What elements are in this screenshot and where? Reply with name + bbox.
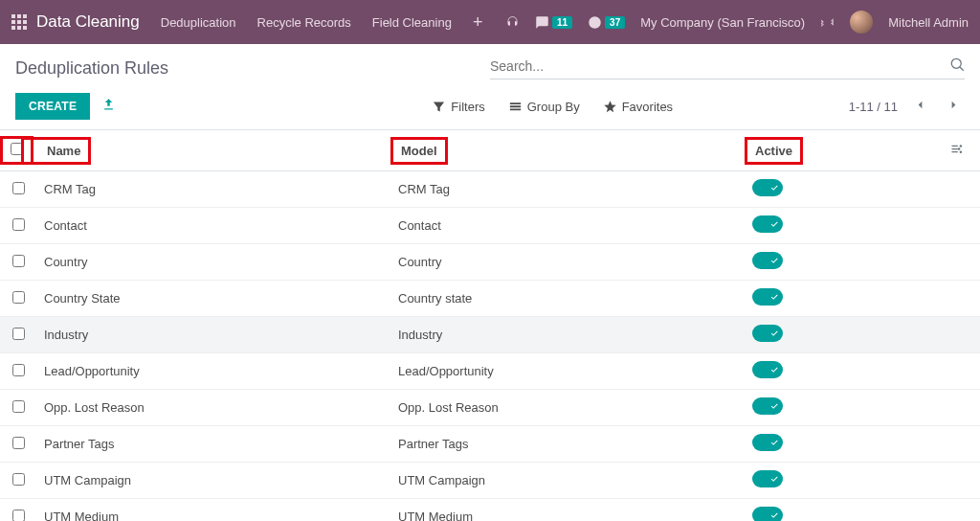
top-navbar: Data Cleaning Deduplication Recycle Reco… <box>0 0 980 44</box>
favorites-label: Favorites <box>622 100 673 114</box>
table-row[interactable]: Opp. Lost ReasonOpp. Lost Reason <box>0 390 980 426</box>
cell-name: UTM Medium <box>36 499 390 522</box>
cell-name: CRM Tag <box>36 171 390 208</box>
active-toggle[interactable] <box>752 434 783 451</box>
cell-model: Contact <box>390 208 745 244</box>
search-box[interactable] <box>490 57 965 79</box>
activities-badge: 37 <box>605 16 625 29</box>
active-toggle[interactable] <box>752 288 783 306</box>
row-checkbox[interactable] <box>12 328 25 340</box>
cell-model: UTM Medium <box>390 499 745 522</box>
svg-point-2 <box>958 147 961 150</box>
search-icon[interactable] <box>950 57 965 75</box>
cell-name: Country <box>36 244 390 281</box>
col-active-header[interactable]: Active <box>745 137 803 165</box>
cell-model: Industry <box>390 317 745 353</box>
app-brand[interactable]: Data Cleaning <box>36 12 140 32</box>
debug-icon[interactable] <box>820 15 835 30</box>
cell-model: Partner Tags <box>390 426 745 463</box>
table-row[interactable]: CRM TagCRM Tag <box>0 171 980 208</box>
pager[interactable]: 1-11 / 11 <box>849 100 898 114</box>
cell-model: Opp. Lost Reason <box>390 390 745 426</box>
active-toggle[interactable] <box>752 252 783 269</box>
filters-button[interactable]: Filters <box>432 100 484 114</box>
active-toggle[interactable] <box>752 397 783 415</box>
active-toggle[interactable] <box>752 179 783 196</box>
row-checkbox[interactable] <box>12 400 25 413</box>
cell-model: Lead/Opportunity <box>390 353 745 390</box>
pager-next[interactable] <box>943 96 965 117</box>
active-toggle[interactable] <box>752 325 783 342</box>
search-input[interactable] <box>490 58 950 74</box>
cell-model: UTM Campaign <box>390 463 745 499</box>
filters-label: Filters <box>451 100 484 114</box>
apps-icon[interactable] <box>11 14 27 30</box>
row-checkbox[interactable] <box>12 437 25 449</box>
row-checkbox[interactable] <box>12 510 25 522</box>
table-row[interactable]: Lead/OpportunityLead/Opportunity <box>0 353 980 390</box>
rules-table: Name Model Active CRM TagCRM TagContactC… <box>0 130 980 521</box>
import-button[interactable] <box>101 98 116 115</box>
svg-point-0 <box>960 145 963 147</box>
user-menu[interactable]: Mitchell Admin <box>888 15 969 30</box>
active-toggle[interactable] <box>752 507 783 521</box>
row-checkbox[interactable] <box>12 182 25 194</box>
table-row[interactable]: UTM MediumUTM Medium <box>0 499 980 522</box>
row-checkbox[interactable] <box>12 291 25 304</box>
cell-name: Contact <box>36 208 390 244</box>
create-button[interactable]: CREATE <box>15 93 90 120</box>
cell-name: Industry <box>36 317 390 353</box>
discuss-icon[interactable]: 11 <box>535 15 572 30</box>
pager-prev[interactable] <box>909 96 931 117</box>
cell-name: UTM Campaign <box>36 463 390 499</box>
nav-right: 11 37 My Company (San Francisco) Mitchel… <box>505 11 969 34</box>
cell-name: Country State <box>36 281 390 317</box>
avatar[interactable] <box>850 11 873 34</box>
groupby-label: Group By <box>527 100 580 114</box>
messages-badge: 11 <box>552 16 572 29</box>
support-icon[interactable] <box>505 15 520 30</box>
row-checkbox[interactable] <box>12 473 25 486</box>
page-title: Deduplication Rules <box>15 58 490 79</box>
nav-add-menu[interactable]: + <box>473 12 483 33</box>
cell-model: Country <box>390 244 745 281</box>
col-model-header[interactable]: Model <box>390 137 448 165</box>
optional-fields-icon[interactable] <box>949 145 964 159</box>
row-checkbox[interactable] <box>12 364 25 376</box>
favorites-button[interactable]: Favorites <box>603 100 673 114</box>
table-row[interactable]: CountryCountry <box>0 244 980 281</box>
table-row[interactable]: UTM CampaignUTM Campaign <box>0 463 980 499</box>
nav-deduplication[interactable]: Deduplication <box>161 15 236 30</box>
active-toggle[interactable] <box>752 470 783 487</box>
nav-menu: Deduplication Recycle Records Field Clea… <box>161 12 505 33</box>
company-switcher[interactable]: My Company (San Francisco) <box>640 15 805 30</box>
row-checkbox[interactable] <box>12 255 25 267</box>
table-row[interactable]: Partner TagsPartner Tags <box>0 426 980 463</box>
active-toggle[interactable] <box>752 215 783 233</box>
cell-name: Lead/Opportunity <box>36 353 390 390</box>
svg-point-1 <box>960 150 963 153</box>
active-toggle[interactable] <box>752 361 783 378</box>
table-row[interactable]: IndustryIndustry <box>0 317 980 353</box>
cell-name: Opp. Lost Reason <box>36 390 390 426</box>
cell-model: CRM Tag <box>390 171 745 208</box>
cell-model: Country state <box>390 281 745 317</box>
control-panel: Deduplication Rules CREATE Filters Group… <box>0 44 980 130</box>
activities-icon[interactable]: 37 <box>588 15 625 30</box>
nav-field-cleaning[interactable]: Field Cleaning <box>372 15 452 30</box>
nav-recycle-records[interactable]: Recycle Records <box>257 15 351 30</box>
table-row[interactable]: Country StateCountry state <box>0 281 980 317</box>
row-checkbox[interactable] <box>12 218 25 231</box>
col-name-header[interactable]: Name <box>21 137 91 165</box>
table-row[interactable]: ContactContact <box>0 208 980 244</box>
cell-name: Partner Tags <box>36 426 390 463</box>
groupby-button[interactable]: Group By <box>508 100 580 114</box>
